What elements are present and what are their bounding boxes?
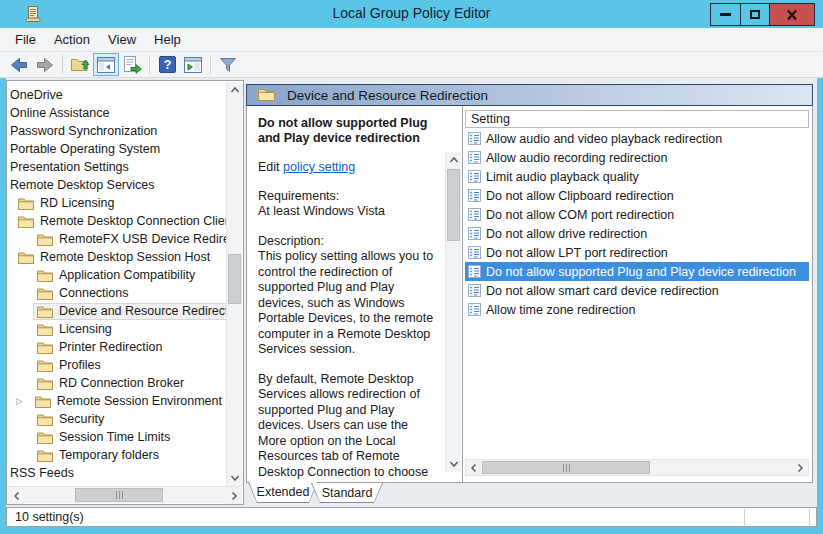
up-one-level-button[interactable] — [67, 53, 93, 76]
tab-extended[interactable]: Extended — [248, 482, 318, 503]
tree-item-body[interactable]: Remote Desktop Connection Client — [14, 213, 226, 230]
statusbar-divider — [809, 509, 810, 525]
tree-item-body[interactable]: Remote Session Environment — [31, 393, 226, 410]
setting-row[interactable]: Do not allow supported Plug and Play dev… — [465, 262, 809, 281]
tree-item[interactable]: Remote Desktop Session Host — [8, 248, 226, 266]
tree-item[interactable]: Session Time Limits — [8, 428, 226, 446]
scrollbar-thumb[interactable] — [75, 488, 163, 502]
toolbar-separator — [149, 55, 150, 74]
tree-item[interactable]: RD Connection Broker — [8, 374, 226, 392]
tree-item-label: RD Connection Broker — [59, 376, 184, 390]
tree-item-body[interactable]: Licensing — [33, 321, 116, 338]
setting-row[interactable]: Do not allow smart card device redirecti… — [465, 281, 809, 300]
column-header-setting[interactable]: Setting — [465, 110, 809, 128]
tab-standard[interactable]: Standard — [311, 483, 383, 503]
setting-row[interactable]: Do not allow COM port redirection — [465, 205, 809, 224]
tree-item[interactable]: OneDrive — [8, 86, 226, 104]
tree-item[interactable]: Remote Desktop Services — [8, 176, 226, 194]
filter-button[interactable] — [215, 53, 241, 76]
tree-item[interactable]: ▷Remote Session Environment — [8, 392, 226, 410]
menu-action[interactable]: Action — [54, 32, 100, 47]
scrollbar-thumb[interactable] — [482, 461, 650, 474]
scrollbar-thumb[interactable] — [228, 254, 241, 304]
tree-item[interactable]: Security — [8, 410, 226, 428]
scroll-down-button[interactable] — [446, 456, 461, 472]
tree-item-body[interactable]: Temporary folders — [33, 447, 163, 464]
setting-row[interactable]: Allow audio and video playback redirecti… — [465, 129, 809, 148]
settings-horizontal-scrollbar[interactable] — [465, 459, 809, 476]
tree-item[interactable]: Online Assistance — [8, 104, 226, 122]
tree-item-body[interactable]: Presentation Settings — [8, 159, 133, 176]
tree-item-body[interactable]: Device and Resource Redirection — [33, 303, 226, 320]
setting-row[interactable]: Allow audio recording redirection — [465, 148, 809, 167]
export-list-button[interactable] — [119, 53, 145, 76]
tree-item[interactable]: Temporary folders — [8, 446, 226, 464]
tree-horizontal-scrollbar[interactable] — [8, 486, 242, 503]
tree-item-body[interactable]: RemoteFX USB Device Redirection — [33, 231, 226, 248]
tree-item[interactable]: Portable Operating System — [8, 140, 226, 158]
tree-item[interactable]: RSS Feeds — [8, 464, 226, 482]
minimize-button[interactable] — [711, 4, 740, 25]
scroll-left-button[interactable] — [466, 460, 482, 475]
close-button[interactable] — [769, 4, 814, 25]
maximize-button[interactable] — [740, 4, 769, 25]
tree-item[interactable]: Printer Redirection — [8, 338, 226, 356]
back-button[interactable] — [6, 53, 32, 76]
tree-item-body[interactable]: Session Time Limits — [33, 429, 174, 446]
tree-item-body[interactable]: RSS Feeds — [8, 465, 78, 482]
folder-icon — [37, 431, 53, 444]
scroll-up-button[interactable] — [446, 152, 461, 168]
menu-view[interactable]: View — [108, 32, 146, 47]
menu-help[interactable]: Help — [154, 32, 191, 47]
tree-item[interactable]: Presentation Settings — [8, 158, 226, 176]
tree-item-body[interactable]: Online Assistance — [8, 105, 113, 122]
forward-button[interactable] — [32, 53, 58, 76]
setting-row[interactable]: Do not allow Clipboard redirection — [465, 186, 809, 205]
scrollbar-track[interactable] — [482, 460, 792, 475]
tree-item-body[interactable]: Password Synchronization — [8, 123, 161, 140]
tree-item[interactable]: Application Compatibility — [8, 266, 226, 284]
description-vertical-scrollbar[interactable] — [445, 152, 461, 472]
setting-row[interactable]: Allow time zone redirection — [465, 300, 809, 319]
selected-policy-title: Do not allow supported Plug and Play dev… — [258, 116, 438, 146]
scrollbar-track[interactable] — [25, 487, 225, 503]
scroll-up-button[interactable] — [227, 82, 243, 98]
tree-item-body[interactable]: Connections — [33, 285, 133, 302]
tree-item[interactable]: Licensing — [8, 320, 226, 338]
tree-item-body[interactable]: Portable Operating System — [8, 141, 164, 158]
tree-item-body[interactable]: OneDrive — [8, 87, 67, 104]
tree-item-body[interactable]: Security — [33, 411, 108, 428]
show-console-tree-button[interactable] — [93, 53, 119, 76]
tree-item-body[interactable]: Application Compatibility — [33, 267, 199, 284]
menu-file[interactable]: File — [15, 32, 46, 47]
tree-item-body[interactable]: Remote Desktop Session Host — [14, 249, 214, 266]
setting-row[interactable]: Limit audio playback quality — [465, 167, 809, 186]
scroll-right-button[interactable] — [225, 487, 242, 504]
setting-row[interactable]: Do not allow LPT port redirection — [465, 243, 809, 262]
tree-item-body[interactable]: Printer Redirection — [33, 339, 167, 356]
policy-setting-icon — [468, 170, 481, 183]
tree-item[interactable]: Password Synchronization — [8, 122, 226, 140]
setting-row[interactable]: Do not allow drive redirection — [465, 224, 809, 243]
tree-item-label: Presentation Settings — [10, 160, 129, 174]
tree-item[interactable]: RD Licensing — [8, 194, 226, 212]
edit-policy-setting-link[interactable]: policy setting — [283, 160, 355, 174]
help-button[interactable]: ? — [154, 53, 180, 76]
tree-item-body[interactable]: RD Licensing — [14, 195, 118, 212]
scrollbar-thumb[interactable] — [447, 169, 460, 241]
show-action-pane-button[interactable] — [180, 53, 206, 76]
scroll-down-button[interactable] — [227, 470, 243, 486]
tree-item[interactable]: Remote Desktop Connection Client — [8, 212, 226, 230]
tree-item[interactable]: Device and Resource Redirection — [8, 302, 226, 320]
scroll-left-button[interactable] — [8, 487, 25, 504]
policy-setting-icon — [468, 246, 481, 259]
expand-arrow-icon[interactable]: ▷ — [14, 396, 31, 406]
tree-vertical-scrollbar[interactable] — [226, 82, 242, 486]
tree-item[interactable]: RemoteFX USB Device Redirection — [8, 230, 226, 248]
tree-item-body[interactable]: Profiles — [33, 357, 105, 374]
tree-item-body[interactable]: Remote Desktop Services — [8, 177, 159, 194]
tree-item[interactable]: Connections — [8, 284, 226, 302]
tree-item[interactable]: Profiles — [8, 356, 226, 374]
scroll-right-button[interactable] — [792, 460, 808, 475]
tree-item-body[interactable]: RD Connection Broker — [33, 375, 188, 392]
